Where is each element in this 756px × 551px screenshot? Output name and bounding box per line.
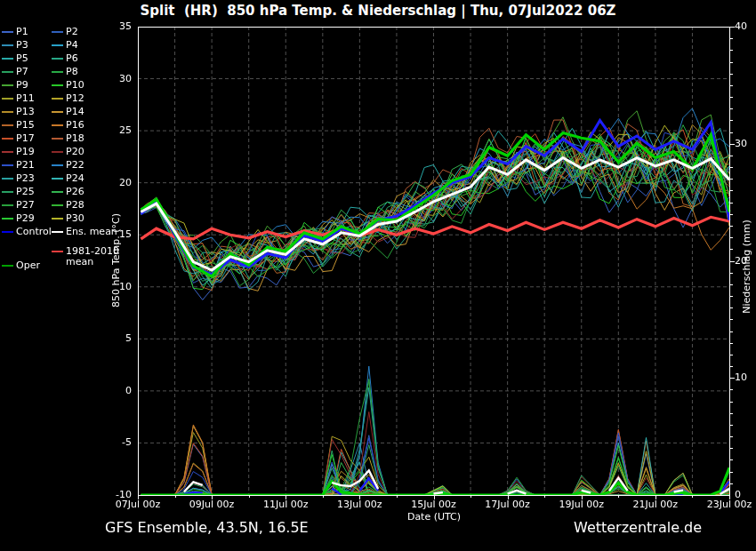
y-tick-label-right: 10	[735, 372, 747, 383]
footer-station-info: GFS Ensemble, 43.5N, 16.5E	[105, 519, 309, 536]
legend-line-swatch	[2, 44, 13, 46]
x-tick-label: 15Jul 00z	[403, 499, 465, 510]
legend-line-swatch	[2, 84, 13, 86]
legend-item-member: P29	[2, 213, 35, 224]
legend-item-control: Control	[2, 227, 52, 237]
legend-line-swatch	[52, 71, 63, 73]
legend-item-member: P3	[2, 40, 28, 51]
legend-line-swatch	[2, 31, 13, 33]
legend-line-swatch	[52, 218, 63, 220]
legend-line-swatch	[2, 151, 13, 153]
legend-label: P11	[16, 92, 35, 104]
x-tick-label: 13Jul 00z	[328, 499, 390, 510]
legend-label: P4	[66, 39, 78, 51]
legend-line-swatch	[52, 58, 63, 60]
legend-line-swatch	[52, 44, 63, 46]
legend-label: Control	[16, 226, 52, 237]
legend-item-member: P13	[2, 107, 35, 117]
legend-line-swatch	[52, 178, 63, 180]
legend-label: P5	[16, 52, 28, 64]
legend-item-member: P11	[2, 93, 35, 104]
legend-item-member: P17	[2, 133, 35, 144]
y-tick-label-right: 20	[735, 256, 747, 267]
legend-item-member: P16	[52, 120, 84, 131]
footer-branding: Wetterzentrale.de	[574, 519, 702, 536]
legend-item-member: P5	[2, 53, 28, 64]
legend-label: P16	[66, 119, 84, 131]
legend-label: P18	[66, 132, 84, 144]
x-tick-label: 23Jul 00z	[698, 499, 756, 510]
legend-label: P25	[16, 186, 35, 197]
legend-label: P24	[66, 172, 84, 184]
legend-item-member: P6	[52, 53, 78, 64]
legend-item-member: P22	[52, 160, 84, 171]
y-tick-label-right: 30	[735, 139, 747, 149]
legend-line-swatch	[2, 204, 13, 206]
legend-line-swatch	[2, 71, 13, 73]
legend-line-swatch	[2, 98, 13, 100]
legend-item-member: P28	[52, 200, 84, 211]
x-tick-label: 07Jul 00z	[107, 499, 169, 510]
legend-item-member: P7	[2, 67, 28, 77]
legend-label: P12	[66, 92, 84, 104]
legend-label: P7	[16, 66, 28, 77]
legend-line-swatch	[2, 218, 13, 220]
legend-line-swatch	[52, 251, 63, 252]
legend-label: P23	[16, 172, 35, 184]
y-tick-label-left: 25	[101, 125, 132, 136]
legend-item-oper: Oper	[2, 260, 40, 271]
legend-line-swatch	[2, 164, 13, 166]
legend-line-swatch	[2, 191, 13, 193]
legend-item-member: P15	[2, 120, 35, 131]
legend-item-member: P24	[52, 173, 84, 184]
legend-line-swatch	[52, 98, 63, 100]
legend-item-member: P25	[2, 187, 35, 197]
x-axis-title: Date (UTC)	[402, 511, 466, 523]
legend-line-swatch	[2, 111, 13, 113]
y-tick-label-left: 15	[101, 229, 132, 240]
legend-item-member: P18	[52, 133, 84, 144]
legend-item-member: P19	[2, 147, 35, 157]
legend-line-swatch	[2, 124, 13, 126]
legend-item-member: P27	[2, 200, 35, 211]
legend-label: P28	[66, 199, 84, 211]
legend-line-swatch	[52, 31, 63, 33]
legend-line-swatch	[52, 84, 63, 86]
y-axis-left-title: 850 hPa Temp. (°C)	[110, 213, 122, 307]
x-tick-label: 17Jul 00z	[477, 499, 539, 510]
legend-line-swatch	[2, 138, 13, 140]
legend-item-member: P26	[52, 187, 84, 197]
legend-line-swatch	[2, 58, 13, 60]
legend-item-member: P8	[52, 67, 78, 77]
y-tick-label-left: 10	[101, 282, 132, 292]
legend-label: P20	[66, 146, 84, 157]
y-tick-label-left: 5	[101, 333, 132, 344]
legend-line-swatch	[52, 164, 63, 166]
legend-item-member: P4	[52, 40, 78, 51]
y-tick-label-left: 0	[101, 386, 132, 396]
x-tick-label: 21Jul 00z	[624, 499, 687, 510]
legend-label: P15	[16, 119, 35, 131]
legend-item-member: P21	[2, 160, 35, 171]
legend-line-swatch	[2, 265, 13, 267]
legend-item-member: P9	[2, 80, 28, 91]
legend-label: P6	[66, 52, 78, 64]
legend-item-member: P30	[52, 213, 84, 224]
x-tick-label: 09Jul 00z	[181, 499, 243, 510]
legend-label: P9	[16, 79, 28, 91]
y-tick-label-right: 40	[735, 21, 747, 32]
legend-item-member: P10	[52, 80, 84, 91]
legend-label: P14	[66, 106, 84, 117]
legend-label: Oper	[16, 260, 40, 271]
y-tick-label-left: -5	[101, 437, 132, 448]
legend-line-swatch	[52, 151, 63, 153]
legend: P1P2P3P4P5P6P7P8P9P10P11P12P13P14P15P16P…	[2, 0, 117, 284]
legend-item-member: P12	[52, 93, 84, 104]
legend-label: P2	[66, 26, 78, 37]
legend-label: P3	[16, 39, 28, 51]
meteogram-page: Split (HR) 850 hPa Temp. & Niederschlag …	[0, 0, 756, 551]
y-axis-right-title: Niederschlag (mm)	[741, 220, 752, 313]
y-tick-label-left: 30	[101, 74, 132, 84]
legend-label: P27	[16, 199, 35, 211]
legend-line-swatch	[52, 191, 63, 193]
